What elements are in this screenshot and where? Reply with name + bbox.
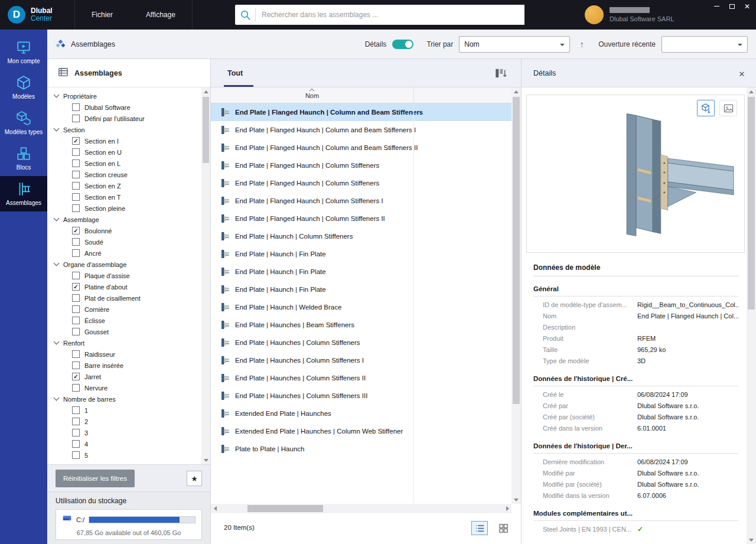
- scrollbar-thumb[interactable]: [247, 505, 323, 512]
- filter-item-section-pleine[interactable]: Section pleine: [47, 203, 201, 214]
- sidebar-item-modeles-types[interactable]: Modèles types: [0, 105, 47, 141]
- favorites-filter-button[interactable]: ★: [187, 471, 202, 486]
- filter-item-barre-inseree[interactable]: Barre insérée: [47, 360, 201, 371]
- minimize-button[interactable]: [709, 1, 724, 12]
- checkbox[interactable]: [72, 384, 80, 392]
- filter-item-gousset[interactable]: Gousset: [47, 326, 201, 337]
- checkbox[interactable]: ✓: [72, 137, 80, 145]
- filter-item-plaque-d-assise[interactable]: Plaque d'assise: [47, 270, 201, 281]
- filter-item-2[interactable]: 2: [47, 416, 201, 427]
- filter-item-section-creuse[interactable]: Section creuse: [47, 169, 201, 180]
- list-item[interactable]: End Plate | Haunch | Fin Plate: [211, 281, 511, 298]
- scroll-down-arrow-icon[interactable]: [511, 496, 520, 504]
- filter-item-section-en-i[interactable]: ✓Section en I: [47, 135, 201, 146]
- list-item[interactable]: End Plate | Haunches | Beam Stiffeners: [211, 316, 511, 334]
- list-item[interactable]: End Plate | Flanged Haunch | Column and …: [211, 103, 511, 121]
- list-item[interactable]: End Plate | Haunch | Fin Plate: [211, 263, 511, 281]
- scrollbar-thumb[interactable]: [748, 97, 755, 310]
- scroll-up-arrow-icon[interactable]: [511, 87, 520, 96]
- reset-filters-button[interactable]: Réinitialiser les filtres: [56, 470, 135, 487]
- list-item[interactable]: End Plate | Haunches | Column Stiffeners…: [211, 369, 511, 387]
- details-close-button[interactable]: ✕: [736, 68, 748, 80]
- sidebar-item-modeles[interactable]: Modèles: [0, 70, 47, 105]
- list-item[interactable]: End Plate | Flanged Haunch | Column and …: [211, 121, 511, 139]
- checkbox[interactable]: [72, 440, 80, 448]
- list-item[interactable]: End Plate | Haunch | Fin Plate: [211, 245, 511, 263]
- filter-item-3[interactable]: 3: [47, 427, 201, 438]
- scroll-down-arrow-icon[interactable]: [747, 536, 755, 544]
- filter-item-nervure[interactable]: Nervure: [47, 382, 201, 393]
- checkbox[interactable]: [72, 406, 80, 414]
- checkbox[interactable]: [72, 350, 80, 358]
- filter-item-corniere[interactable]: Cornière: [47, 304, 201, 315]
- checkbox[interactable]: ✓: [72, 227, 80, 234]
- list-item[interactable]: End Plate | Flanged Haunch | Column Stif…: [211, 174, 511, 192]
- scrollbar-thumb[interactable]: [513, 97, 520, 404]
- sidebar-item-mon-compte[interactable]: Mon compte: [0, 34, 47, 70]
- scroll-left-arrow-icon[interactable]: [211, 504, 219, 513]
- list-item[interactable]: End Plate | Haunches | Column Stiffeners…: [211, 387, 511, 405]
- scroll-down-arrow-icon[interactable]: [201, 456, 210, 464]
- checkbox[interactable]: [72, 193, 80, 201]
- checkbox[interactable]: [72, 294, 80, 302]
- grid-view-button[interactable]: [495, 521, 511, 535]
- filter-item-section-en-l[interactable]: Section en L: [47, 158, 201, 169]
- list-item[interactable]: End Plate | Haunch | Column Stiffeners: [211, 227, 511, 245]
- details-toggle[interactable]: [392, 40, 413, 49]
- filter-group-proprietaire[interactable]: Propriétaire: [47, 90, 201, 102]
- menu-affichage[interactable]: Affichage: [129, 0, 192, 30]
- column-header-nom[interactable]: Nom: [211, 87, 511, 103]
- filter-item-soude[interactable]: Soudé: [47, 236, 201, 247]
- filter-item-section-en-u[interactable]: Section en U: [47, 146, 201, 158]
- checkbox[interactable]: [72, 171, 80, 178]
- checkbox[interactable]: ✓: [72, 373, 80, 380]
- checkbox[interactable]: [72, 328, 80, 335]
- filter-item-4[interactable]: 4: [47, 438, 201, 449]
- sidebar-item-blocs[interactable]: Blocs: [0, 141, 47, 176]
- list-item[interactable]: Extended End Plate | Haunches | Column W…: [211, 422, 511, 440]
- checkbox[interactable]: ✓: [72, 283, 80, 291]
- filter-group-assemblage[interactable]: Assemblage: [47, 214, 201, 225]
- close-button[interactable]: ✕: [739, 1, 755, 12]
- filter-scrollbar[interactable]: [201, 87, 210, 464]
- list-item[interactable]: Extended End Plate | Haunches: [211, 405, 511, 422]
- sort-by-dropdown[interactable]: Nom: [459, 36, 570, 53]
- scrollbar-thumb[interactable]: [203, 97, 209, 163]
- checkbox[interactable]: [72, 103, 80, 111]
- maximize-button[interactable]: [724, 1, 739, 12]
- preview-image-button[interactable]: [719, 100, 737, 116]
- filter-item-5[interactable]: 5: [47, 449, 201, 461]
- list-item[interactable]: End Plate | Flanged Haunch | Column Stif…: [211, 210, 511, 227]
- checkbox[interactable]: [72, 115, 80, 122]
- checkbox[interactable]: [72, 429, 80, 436]
- filter-group-nombre-de-barres[interactable]: Nombre de barres: [47, 393, 201, 405]
- checkbox[interactable]: [72, 159, 80, 167]
- filter-item-raidisseur[interactable]: Raidisseur: [47, 348, 201, 360]
- filter-item-platine-d-about[interactable]: ✓Platine d'about: [47, 281, 201, 292]
- list-vertical-scrollbar[interactable]: [511, 87, 521, 504]
- list-item[interactable]: End Plate | Haunches | Column Stiffeners…: [211, 351, 511, 369]
- preview-3d-button[interactable]: [697, 100, 715, 116]
- checkbox[interactable]: [72, 249, 80, 257]
- list-item[interactable]: End Plate | Haunch | Welded Brace: [211, 298, 511, 316]
- filter-item-section-en-z[interactable]: Section en Z: [47, 180, 201, 191]
- list-item[interactable]: End Plate | Flanged Haunch | Column Stif…: [211, 192, 511, 210]
- search-input[interactable]: [256, 5, 524, 25]
- scroll-up-arrow-icon[interactable]: [747, 87, 755, 96]
- menu-fichier[interactable]: Fichier: [75, 0, 129, 30]
- filter-group-renfort[interactable]: Renfort: [47, 337, 201, 348]
- checkbox[interactable]: [72, 238, 80, 246]
- checkbox[interactable]: [72, 182, 80, 190]
- filter-item-section-en-t[interactable]: Section en T: [47, 191, 201, 203]
- list-horizontal-scrollbar[interactable]: [211, 504, 511, 513]
- filter-group-organe-d-assemblage[interactable]: Organe d'assemblage: [47, 259, 201, 270]
- checkbox[interactable]: [72, 451, 80, 459]
- checkbox[interactable]: [72, 305, 80, 313]
- checkbox[interactable]: [72, 204, 80, 212]
- sort-direction-button[interactable]: ↑: [576, 36, 588, 53]
- filter-item-plat-de-cisaillement[interactable]: Plat de cisaillement: [47, 292, 201, 304]
- list-item[interactable]: End Plate | Flanged Haunch | Column and …: [211, 139, 511, 157]
- filter-item-1[interactable]: 1: [47, 405, 201, 416]
- sidebar-item-assemblages[interactable]: Assemblages: [0, 176, 47, 211]
- filter-item-eclisse[interactable]: Éclisse: [47, 315, 201, 326]
